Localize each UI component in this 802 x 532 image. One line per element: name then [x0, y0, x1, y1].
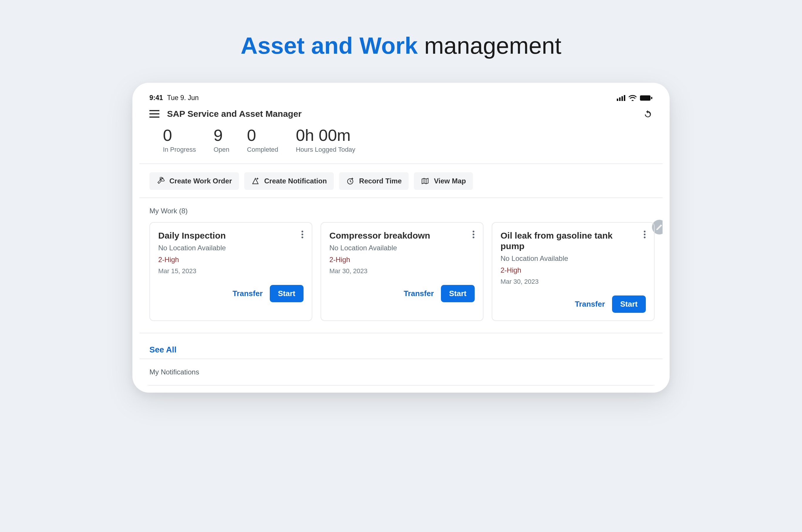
stat-value: 0 — [163, 127, 172, 144]
work-card[interactable]: Daily Inspection No Location Available 2… — [149, 222, 312, 321]
svg-rect-0 — [617, 99, 618, 101]
stat-value: 0 — [247, 127, 256, 144]
banner-title: Asset and Work management — [0, 0, 802, 83]
stats-row: 0 In Progress 9 Open 0 Completed 0h 00m … — [139, 123, 663, 164]
tablet-screen: 9:41 Tue 9. Jun SAP Service a — [139, 90, 663, 385]
card-location: No Location Available — [501, 254, 646, 263]
more-icon[interactable] — [644, 230, 646, 239]
create-work-order-button[interactable]: Create Work Order — [149, 172, 239, 190]
svg-point-16 — [644, 231, 646, 232]
stat-label: In Progress — [163, 146, 196, 153]
transfer-button[interactable]: Transfer — [232, 289, 263, 298]
svg-rect-3 — [624, 95, 625, 101]
stat-label: Hours Logged Today — [296, 146, 355, 153]
start-button[interactable]: Start — [612, 296, 646, 313]
mywork-label: My Work (8) — [139, 198, 663, 222]
see-all-button[interactable]: See All — [149, 345, 176, 355]
stat-completed[interactable]: 0 Completed — [247, 127, 278, 153]
record-time-button[interactable]: Record Time — [339, 172, 409, 190]
card-title: Compressor breakdown — [329, 230, 430, 241]
view-map-button[interactable]: View Map — [414, 172, 473, 190]
stat-hours[interactable]: 0h 00m Hours Logged Today — [296, 127, 355, 153]
svg-point-13 — [473, 231, 474, 232]
card-date: Mar 30, 2023 — [329, 267, 475, 275]
action-label: Create Notification — [264, 177, 327, 185]
svg-rect-5 — [651, 97, 652, 99]
start-button[interactable]: Start — [441, 285, 475, 302]
card-title: Daily Inspection — [158, 230, 226, 241]
app-title: SAP Service and Asset Manager — [167, 109, 302, 119]
work-card[interactable]: Compressor breakdown No Location Availab… — [321, 222, 484, 321]
svg-rect-4 — [640, 95, 651, 101]
card-location: No Location Available — [158, 244, 303, 252]
status-date: Tue 9. Jun — [167, 94, 199, 102]
work-card[interactable]: Oil leak from gasoline tank pump No Loca… — [492, 222, 655, 321]
card-priority: 2-High — [329, 255, 475, 264]
actions-row: Create Work Order Create Notification Re… — [139, 164, 663, 198]
stat-in-progress[interactable]: 0 In Progress — [163, 127, 196, 153]
card-date: Mar 30, 2023 — [501, 278, 646, 286]
svg-rect-7 — [149, 113, 160, 114]
svg-rect-8 — [149, 116, 160, 118]
start-button[interactable]: Start — [270, 285, 303, 302]
svg-rect-2 — [621, 96, 623, 101]
cellular-icon — [617, 95, 626, 101]
status-time: 9:41 — [149, 94, 163, 102]
battery-icon — [640, 95, 653, 101]
action-label: View Map — [434, 177, 466, 185]
create-notification-button[interactable]: Create Notification — [244, 172, 334, 190]
map-icon — [421, 177, 429, 185]
sync-icon[interactable] — [644, 110, 652, 118]
card-priority: 2-High — [501, 266, 646, 274]
mywork-cards: Daily Inspection No Location Available 2… — [139, 222, 663, 321]
my-notifications-label[interactable]: My Notifications — [139, 359, 663, 385]
svg-point-14 — [473, 233, 474, 235]
see-all-row: See All — [139, 333, 663, 359]
svg-point-11 — [301, 233, 303, 235]
wifi-icon — [629, 95, 637, 101]
banner-bold: Asset and Work — [241, 33, 418, 59]
bell-plus-icon — [251, 177, 260, 185]
svg-point-15 — [473, 236, 474, 238]
svg-point-18 — [644, 236, 646, 238]
status-bar: 9:41 Tue 9. Jun — [139, 90, 663, 103]
card-location: No Location Available — [329, 244, 475, 252]
svg-point-17 — [644, 233, 646, 235]
stat-label: Open — [214, 146, 229, 153]
card-title: Oil leak from gasoline tank pump — [501, 230, 633, 251]
action-label: Record Time — [359, 177, 402, 185]
stat-value: 9 — [214, 127, 223, 144]
card-date: Mar 15, 2023 — [158, 267, 303, 275]
svg-point-12 — [301, 236, 303, 238]
clock-plus-icon — [346, 177, 354, 185]
transfer-button[interactable]: Transfer — [575, 300, 605, 309]
app-header: SAP Service and Asset Manager — [139, 103, 663, 123]
tablet-frame: 9:41 Tue 9. Jun SAP Service a — [132, 83, 670, 393]
svg-rect-6 — [149, 110, 160, 111]
transfer-button[interactable]: Transfer — [404, 289, 434, 298]
card-priority: 2-High — [158, 255, 303, 264]
menu-icon[interactable] — [149, 110, 160, 118]
svg-point-10 — [301, 231, 303, 232]
svg-rect-1 — [619, 97, 620, 101]
stat-open[interactable]: 9 Open — [214, 127, 229, 153]
action-label: Create Work Order — [169, 177, 232, 185]
stat-value: 0h 00m — [296, 127, 351, 144]
wrench-icon — [156, 177, 165, 185]
banner-rest: management — [418, 33, 561, 59]
stat-label: Completed — [247, 146, 278, 153]
more-icon[interactable] — [472, 230, 475, 239]
more-icon[interactable] — [301, 230, 303, 239]
